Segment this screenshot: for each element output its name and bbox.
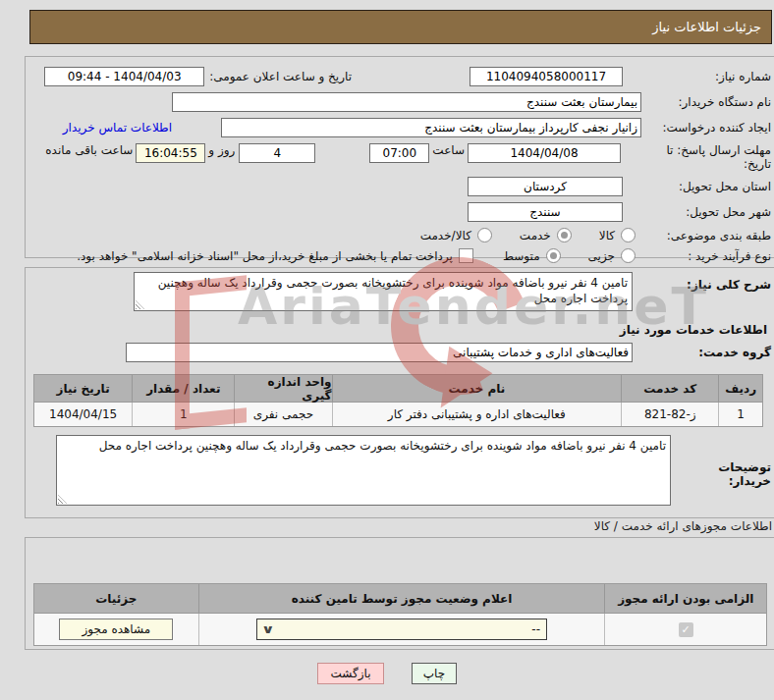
need-description-row: شرح کلی نیاز: تامین 4 نفر نیرو باضافه مو… <box>26 272 771 311</box>
process-option-medium: متوسط <box>503 248 561 263</box>
buyer-notes-textarea[interactable]: تامین 4 نفر نیرو باضافه مواد شوینده برای… <box>56 435 671 506</box>
buyer-org-input[interactable] <box>172 92 641 112</box>
service-radio-label: خدمت <box>520 229 551 242</box>
delivery-city-label: شهر محل تحویل: <box>641 205 771 219</box>
resize-handle-icon[interactable] <box>136 300 144 309</box>
delivery-city-row: شهر محل تحویل: <box>26 202 771 222</box>
cell-unit: حجمی نفری <box>234 403 331 426</box>
buyer-notes-row: توضیحات خریدار: تامین 4 نفر نیرو باضافه … <box>26 435 771 506</box>
process-type-label: نوع فرآیند خرید : <box>641 249 771 263</box>
remaining-label: ساعت باقی مانده <box>45 143 133 157</box>
license-status-value: -- <box>531 622 540 636</box>
cell-need-date: 1404/04/15 <box>34 403 132 426</box>
need-info-panel: شماره نیاز: تاریخ و ساعت اعلان عمومی: نا… <box>25 56 774 258</box>
service-group-row: گروه خدمت: <box>26 343 771 362</box>
services-table-row: 1 ز-82-821 فعالیت‌های اداره و پشتیبانی د… <box>34 403 762 426</box>
subject-option-goods: کالا <box>599 228 636 242</box>
licenses-table-row: ✓ -- ∨ مشاهده مجوز <box>34 614 766 645</box>
subject-option-goods-service: کالا/خدمت <box>420 228 492 242</box>
need-description-text: تامین 4 نفر نیرو باضافه مواد شوینده برای… <box>158 276 628 305</box>
minor-radio[interactable] <box>621 248 636 263</box>
buyer-org-row: نام دستگاه خریدار: <box>26 92 771 112</box>
resize-handle-icon[interactable] <box>58 495 67 504</box>
chevron-down-icon: ∨ <box>261 622 275 636</box>
treasury-checkbox-label: پرداخت تمام یا بخشی از مبلغ خرید،از محل … <box>77 249 453 263</box>
delivery-province-row: استان محل تحویل: <box>26 177 771 196</box>
service-group-label: گروه خدمت: <box>677 346 771 359</box>
goods-radio-label: کالا <box>599 229 615 242</box>
col-license-details: جزئیات <box>34 584 198 614</box>
cell-service-name: فعالیت‌های اداره و پشتیبانی دفتر کار <box>332 403 622 426</box>
announce-datetime-label: تاریخ و ساعت اعلان عمومی: <box>209 70 352 83</box>
subject-option-service: خدمت <box>520 228 572 242</box>
reply-deadline-row: مهلت ارسال پاسخ: تا تاریخ: ساعت روز و سا… <box>26 143 771 171</box>
need-details-page: جزئیات اطلاعات نیاز شماره نیاز: تاریخ و … <box>0 0 774 700</box>
col-license-required: الزامی بودن ارائه مجوز <box>604 584 766 614</box>
cell-license-details: مشاهده مجوز <box>34 614 198 645</box>
services-section-title: اطلاعات خدمات مورد نیاز <box>26 323 767 337</box>
remaining-countdown-input[interactable] <box>136 143 205 163</box>
subject-classification-label: طبقه بندی موضوعی: <box>641 229 771 242</box>
print-button[interactable]: چاپ <box>412 663 457 684</box>
goods-service-radio[interactable] <box>477 228 492 242</box>
licenses-table-header: الزامی بودن ارائه مجوز اعلام وضعیت مجوز … <box>34 584 766 614</box>
page-title-bar: جزئیات اطلاعات نیاز <box>29 10 772 44</box>
medium-radio[interactable] <box>546 248 561 263</box>
process-type-row: نوع فرآیند خرید : جزیی متوسط پرداخت تمام… <box>26 248 771 263</box>
licenses-section-title: اطلاعات مجوزهای ارائه خدمت / کالا <box>594 519 772 533</box>
need-description-textarea[interactable]: تامین 4 نفر نیرو باضافه مواد شوینده برای… <box>134 272 633 311</box>
service-group-input[interactable] <box>126 343 633 362</box>
delivery-province-input[interactable] <box>468 177 623 196</box>
reply-deadline-label: مهلت ارسال پاسخ: تا تاریخ: <box>641 143 771 171</box>
cell-quantity: 1 <box>132 403 234 426</box>
services-panel: شرح کلی نیاز: تامین 4 نفر نیرو باضافه مو… <box>25 267 774 518</box>
delivery-city-input[interactable] <box>468 202 623 222</box>
need-number-row: شماره نیاز: تاریخ و ساعت اعلان عمومی: <box>26 67 771 86</box>
reply-deadline-date-input[interactable] <box>468 143 621 163</box>
request-creator-input[interactable] <box>221 118 641 137</box>
buyer-org-label: نام دستگاه خریدار: <box>641 95 771 109</box>
back-button[interactable]: بازگشت <box>317 663 384 684</box>
buyer-contact-link[interactable]: اطلاعات تماس خریدار <box>63 121 172 135</box>
request-creator-label: ایجاد کننده درخواست: <box>641 121 771 135</box>
request-creator-row: ایجاد کننده درخواست: اطلاعات تماس خریدار <box>26 118 771 137</box>
footer-buttons: بازگشت چاپ <box>0 663 774 684</box>
cell-row-number: 1 <box>718 403 762 426</box>
licenses-panel: الزامی بودن ارائه مجوز اعلام وضعیت مجوز … <box>25 537 774 650</box>
cell-license-required: ✓ <box>604 614 766 645</box>
delivery-province-label: استان محل تحویل: <box>641 180 771 193</box>
col-quantity: تعداد / مقدار <box>132 375 234 403</box>
days-label: روز و <box>208 143 235 157</box>
page-title: جزئیات اطلاعات نیاز <box>652 20 761 34</box>
licenses-table: الزامی بودن ارائه مجوز اعلام وضعیت مجوز … <box>33 583 767 646</box>
col-service-code: کد خدمت <box>621 375 718 403</box>
treasury-checkbox[interactable] <box>459 248 473 263</box>
license-required-checkbox[interactable]: ✓ <box>679 622 693 637</box>
goods-radio[interactable] <box>621 228 636 242</box>
cell-service-code: ز-82-821 <box>621 403 718 426</box>
announce-datetime-input[interactable] <box>44 67 204 86</box>
buyer-notes-text: تامین 4 نفر نیرو باضافه مواد شوینده برای… <box>99 439 666 453</box>
col-unit: واحد اندازه گیری <box>234 375 331 403</box>
need-number-input[interactable] <box>470 67 623 86</box>
services-table-header: ردیف کد خدمت نام خدمت واحد اندازه گیری ت… <box>34 375 762 403</box>
reply-deadline-time-input[interactable] <box>369 143 429 163</box>
process-option-minor: جزیی <box>588 248 636 263</box>
view-license-button[interactable]: مشاهده مجوز <box>59 619 173 640</box>
hour-label: ساعت <box>432 143 465 157</box>
col-row-number: ردیف <box>718 375 762 403</box>
col-need-date: تاریخ نیاز <box>34 375 132 403</box>
col-license-status: اعلام وضعیت مجوز توسط تامین کننده <box>198 584 605 614</box>
license-status-select[interactable]: -- ∨ <box>256 619 547 640</box>
col-service-name: نام خدمت <box>332 375 622 403</box>
minor-radio-label: جزیی <box>588 249 615 263</box>
buyer-notes-label: توضیحات خریدار: <box>677 435 771 488</box>
cell-license-status: -- ∨ <box>198 614 605 645</box>
need-description-label: شرح کلی نیاز: <box>677 272 771 292</box>
services-table: ردیف کد خدمت نام خدمت واحد اندازه گیری ت… <box>33 374 763 427</box>
need-number-label: شماره نیاز: <box>641 70 771 83</box>
subject-classification-row: طبقه بندی موضوعی: کالا خدمت کالا/خدمت <box>26 228 771 242</box>
service-radio[interactable] <box>557 228 572 242</box>
remaining-days-input[interactable] <box>239 143 315 163</box>
medium-radio-label: متوسط <box>503 249 540 263</box>
